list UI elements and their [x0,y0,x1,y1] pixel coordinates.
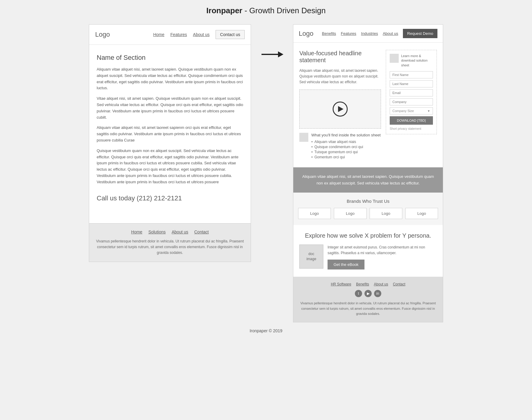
what-icon-box [299,133,308,142]
left-section-title: Name of Section [97,54,243,62]
right-panel: Logo Benefits Features Industries About … [293,24,443,322]
social-icons: t ▶ in [299,290,437,297]
left-body-p2: Vitae aliquet nisi, sit amet sapien. Qui… [97,96,243,120]
solve-section: Explore how we solve X problem for Y per… [293,225,443,277]
first-name-input[interactable] [390,71,433,78]
brand-name: Ironpaper [206,6,242,15]
twitter-icon[interactable]: t [355,290,362,297]
left-nav-about[interactable]: About us [193,32,210,37]
right-footer-hr[interactable]: HR Software [331,282,351,286]
left-nav-links: Home Features About us Contact us [153,30,245,39]
main-container: Logo Home Features About us Contact us N… [6,24,526,322]
linkedin-icon[interactable]: in [374,290,381,297]
right-hero: Value-focused headline statement Aliquam… [293,43,443,167]
left-logo: Logo [95,31,110,38]
what-title: What you'll find inside the solution she… [311,133,381,137]
brands-title: Brands Who Trust Us [298,199,438,204]
company-input[interactable] [390,98,433,105]
solve-card: docimage Integer sit amet euismod purus.… [299,245,437,269]
right-footer-benefits[interactable]: Benefits [356,282,369,286]
right-nav-industries[interactable]: Industries [361,31,378,36]
page-title: Ironpaper - Growth Driven Design [6,6,526,15]
page-title-rest: - Growth Driven Design [242,6,325,15]
form-header-text: Learn more & download solution sheet [401,54,433,68]
left-footer-solutions[interactable]: Solutions [148,230,166,234]
form-thumbnail [390,54,399,63]
right-logo: Logo [299,30,313,38]
grey-band: Aliquam vitae aliquet nisi, sit amet lao… [293,167,443,193]
right-footer: HR Software Benefits About us Contact t … [293,277,443,322]
what-list: Aliquam vitae aliquet niais Quisque cond… [311,140,381,159]
right-nav-links: Benefits Features Industries About us Re… [322,29,437,38]
arrow-icon [260,48,284,60]
left-footer-contact[interactable]: Contact [194,230,209,234]
left-panel: Logo Home Features About us Contact us N… [89,24,251,262]
what-content: What you'll find inside the solution she… [311,133,381,160]
get-ebook-button[interactable]: Get the eBook [328,260,364,269]
youtube-icon[interactable]: ▶ [364,290,372,297]
video-placeholder[interactable] [299,90,381,129]
solve-body: Integer sit amet euismod purus. Cras con… [328,245,437,256]
left-nav-home[interactable]: Home [153,32,164,37]
right-nav: Logo Benefits Features Industries About … [293,25,443,43]
left-footer-home[interactable]: Home [131,230,142,234]
left-footer-about[interactable]: About us [172,230,188,234]
left-body-p1: Aliquam vitae aliquet nisi, amet laoreet… [97,66,243,91]
what-youll-find: What you'll find inside the solution she… [299,133,381,160]
right-hero-text: Aliquam vitae aliquet nisi, sit amet lao… [299,68,381,85]
company-size-label: Company Size [392,109,414,113]
right-nav-features[interactable]: Features [341,31,356,36]
brand-logo-1: Logo [298,208,331,219]
list-item: Gomentum orci qui [311,155,381,159]
right-hero-left: Value-focused headline statement Aliquam… [299,50,381,160]
left-content: Name of Section Aliquam vitae aliquet ni… [89,45,251,223]
right-nav-about[interactable]: About us [383,31,398,36]
form-header: Learn more & download solution sheet [390,54,433,68]
form-privacy: Short privacy statement [390,127,433,130]
company-size-select[interactable]: Company Size ▼ [390,107,433,114]
grey-band-text: Aliquam vitae aliquet nisi, sit amet lao… [299,173,437,187]
arrow-container [260,24,284,60]
right-nav-benefits[interactable]: Benefits [322,31,336,36]
left-footer-links: Home Solutions About us Contact [95,230,245,234]
brand-logo-3: Logo [370,208,402,219]
left-nav: Logo Home Features About us Contact us [89,25,251,45]
right-footer-body: Vivamus pellentesque hendrerit dolor in … [299,301,437,317]
chevron-down-icon: ▼ [427,109,430,113]
left-body-p4: Quisque vestibulum quam non ex aliquet s… [97,148,243,185]
right-footer-about[interactable]: About us [374,282,388,286]
solve-text: Integer sit amet euismod purus. Cras con… [328,245,437,269]
right-hero-right: Learn more & download solution sheet Com… [386,50,437,160]
play-button[interactable] [333,102,348,117]
right-footer-contact[interactable]: Contact [393,282,405,286]
list-item: Quisque condimentum orci qui [311,145,381,149]
svg-marker-1 [278,51,283,57]
solve-title: Explore how we solve X problem for Y per… [299,232,437,239]
brands-section: Brands Who Trust Us Logo Logo Logo Logo [293,193,443,225]
left-footer: Home Solutions About us Contact Vivamus … [89,223,251,262]
email-input[interactable] [390,89,433,96]
left-contact-button[interactable]: Contact us [216,30,245,39]
list-item: Aliquam vitae aliquet niais [311,140,381,144]
brands-row: Logo Logo Logo Logo [298,208,438,219]
left-footer-body: Vivamus pellentesque hendrerit dolor in … [95,239,245,256]
doc-image-box: docimage [299,245,323,269]
brand-logo-2: Logo [334,208,367,219]
page-footer: Ironpaper © 2019 [6,328,526,333]
left-nav-features[interactable]: Features [171,32,187,37]
form-card: Learn more & download solution sheet Com… [386,50,437,134]
right-hero-title: Value-focused headline statement [299,50,381,64]
right-request-demo-button[interactable]: Request Demo [403,29,437,38]
right-footer-links: HR Software Benefits About us Contact [299,282,437,286]
left-body-p3: Aliquam vitae aliquet nisi, sit amet lao… [97,125,243,143]
download-button[interactable]: DOWNLOAD [TBD] [390,116,433,125]
last-name-input[interactable] [390,80,433,87]
left-call-us: Call us today (212) 212-2121 [97,194,243,202]
list-item: Tuisque gomentum orci qui [311,150,381,154]
brand-logo-4: Logo [405,208,438,219]
